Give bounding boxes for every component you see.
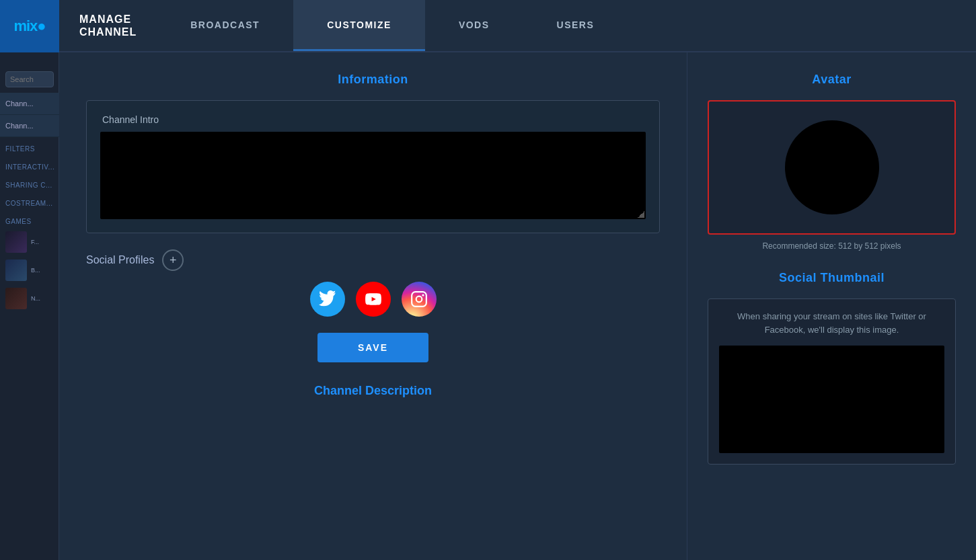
resize-handle[interactable] [638, 211, 644, 218]
channel-intro-box: Channel Intro [86, 100, 660, 233]
nav-brand: MANAGECHANNEL [59, 13, 157, 38]
twitter-icon [319, 290, 336, 308]
instagram-button[interactable] [402, 282, 437, 317]
content-area: Information Channel Intro Social Profile… [59, 52, 976, 560]
sidebar-game-fortnite[interactable]: F... [0, 228, 59, 256]
tab-users[interactable]: USERS [523, 0, 628, 51]
avatar-image [785, 120, 879, 214]
twitter-button[interactable] [310, 282, 345, 317]
sidebar-section-costream: Costream... [0, 192, 59, 210]
sidebar-game-2[interactable]: B... [0, 256, 59, 284]
sidebar-game-3[interactable]: N... [0, 284, 59, 313]
sidebar-logo[interactable]: mix● [0, 0, 59, 52]
top-nav: MANAGECHANNEL BROADCAST CUSTOMIZE VODS U… [59, 0, 976, 52]
sidebar-section-games: Games [0, 210, 59, 228]
social-thumbnail-image [719, 346, 944, 453]
sidebar-game-label-3: N... [31, 295, 40, 302]
information-title: Information [86, 73, 660, 87]
right-panel: Avatar Recommended size: 512 by 512 pixe… [687, 52, 976, 560]
sidebar-game-thumb-3 [5, 288, 27, 309]
sidebar-game-label-fortnite: F... [31, 239, 39, 245]
sidebar: mix● Chann... Chann... Filters Interacti… [0, 0, 59, 560]
youtube-icon [365, 290, 382, 308]
avatar-upload-box[interactable] [708, 100, 956, 235]
sidebar-section-sharing: Sharing C... [0, 173, 59, 192]
tab-vods[interactable]: VODS [425, 0, 523, 51]
svg-point-3 [422, 294, 424, 296]
sidebar-section-filters: Filters [0, 137, 59, 155]
youtube-button[interactable] [356, 282, 391, 317]
sidebar-search-container [0, 66, 59, 93]
social-profiles-header: Social Profiles + [86, 249, 660, 271]
social-thumbnail-desc: When sharing your stream on sites like T… [719, 310, 944, 336]
avatar-hint: Recommended size: 512 by 512 pixels [708, 241, 956, 251]
svg-point-2 [416, 296, 422, 303]
social-profiles-label: Social Profiles [86, 254, 154, 266]
sidebar-game-thumb-fortnite [5, 231, 27, 253]
sidebar-section-interactive: Interactiv... [0, 155, 59, 173]
svg-rect-1 [412, 292, 426, 307]
left-panel: Information Channel Intro Social Profile… [59, 52, 687, 560]
instagram-icon [410, 290, 428, 308]
nav-tabs: BROADCAST CUSTOMIZE VODS USERS [157, 0, 628, 51]
sidebar-game-thumb-2 [5, 259, 27, 281]
channel-intro-video[interactable] [100, 132, 646, 219]
save-button[interactable]: SAVE [317, 333, 428, 362]
social-thumbnail-box: When sharing your stream on sites like T… [708, 298, 956, 465]
sidebar-item-channel1[interactable]: Chann... [0, 93, 59, 115]
channel-description-title: Channel Description [86, 384, 660, 398]
tab-broadcast[interactable]: BROADCAST [157, 0, 293, 51]
search-input[interactable] [5, 71, 54, 87]
social-icons-row [86, 282, 660, 317]
avatar-title: Avatar [708, 73, 956, 87]
social-thumbnail-title: Social Thumbnail [708, 271, 956, 285]
channel-intro-legend: Channel Intro [97, 114, 646, 125]
sidebar-item-channel2[interactable]: Chann... [0, 115, 59, 137]
add-social-button[interactable]: + [162, 249, 184, 271]
tab-customize[interactable]: CUSTOMIZE [293, 0, 425, 51]
sidebar-game-label-2: B... [31, 267, 40, 274]
main-area: MANAGECHANNEL BROADCAST CUSTOMIZE VODS U… [59, 0, 976, 560]
